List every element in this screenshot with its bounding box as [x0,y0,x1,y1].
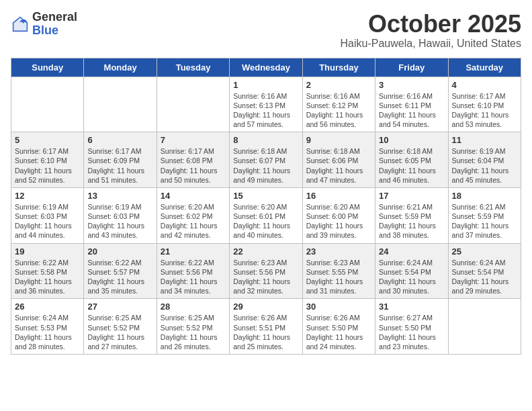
day-info: Sunrise: 6:24 AMSunset: 5:53 PMDaylight:… [15,313,80,351]
day-info: Sunrise: 6:22 AMSunset: 5:58 PMDaylight:… [15,258,80,296]
logo-text: General Blue [32,11,77,38]
calendar-cell: 29Sunrise: 6:26 AMSunset: 5:51 PMDayligh… [230,299,302,355]
day-number: 4 [452,80,517,90]
title-area: October 2025 Haiku-Pauwela, Hawaii, Unit… [341,11,521,50]
day-info: Sunrise: 6:25 AMSunset: 5:52 PMDaylight:… [161,313,226,351]
day-info: Sunrise: 6:17 AMSunset: 6:09 PMDaylight:… [87,146,152,185]
day-number: 2 [306,80,371,90]
calendar-cell: 9Sunrise: 6:18 AMSunset: 6:06 PMDaylight… [302,132,375,188]
day-number: 12 [15,191,80,201]
location-title: Haiku-Pauwela, Hawaii, United States [341,38,521,50]
day-number: 7 [161,135,226,145]
weekday-header-row: SundayMondayTuesdayWednesdayThursdayFrid… [11,58,521,77]
day-info: Sunrise: 6:18 AMSunset: 6:06 PMDaylight:… [306,146,371,185]
day-number: 18 [452,191,517,201]
weekday-header-tuesday: Tuesday [157,58,229,77]
weekday-header-wednesday: Wednesday [230,58,302,77]
day-info: Sunrise: 6:24 AMSunset: 5:54 PMDaylight:… [379,258,444,296]
day-number: 10 [379,135,444,145]
calendar-cell: 18Sunrise: 6:21 AMSunset: 5:59 PMDayligh… [448,187,521,243]
calendar-cell: 7Sunrise: 6:17 AMSunset: 6:08 PMDaylight… [157,132,229,188]
calendar-cell: 21Sunrise: 6:22 AMSunset: 5:56 PMDayligh… [157,243,229,299]
calendar-cell: 23Sunrise: 6:23 AMSunset: 5:55 PMDayligh… [302,243,375,299]
day-number: 9 [306,135,371,145]
calendar-cell: 10Sunrise: 6:18 AMSunset: 6:05 PMDayligh… [375,132,448,188]
logo-icon [11,15,30,34]
calendar-week-3: 12Sunrise: 6:19 AMSunset: 6:03 PMDayligh… [11,187,521,243]
day-number: 13 [87,191,152,201]
day-number: 8 [233,135,298,145]
day-number: 6 [87,135,152,145]
calendar-cell: 22Sunrise: 6:23 AMSunset: 5:56 PMDayligh… [230,243,302,299]
day-number: 26 [15,302,80,312]
calendar-cell: 5Sunrise: 6:17 AMSunset: 6:10 PMDaylight… [11,132,84,188]
calendar-table: SundayMondayTuesdayWednesdayThursdayFrid… [11,58,521,355]
day-number: 3 [379,80,444,90]
calendar-cell: 19Sunrise: 6:22 AMSunset: 5:58 PMDayligh… [11,243,84,299]
calendar-cell: 30Sunrise: 6:26 AMSunset: 5:50 PMDayligh… [302,299,375,355]
weekday-header-friday: Friday [375,58,448,77]
calendar-cell: 28Sunrise: 6:25 AMSunset: 5:52 PMDayligh… [157,299,229,355]
calendar-cell: 24Sunrise: 6:24 AMSunset: 5:54 PMDayligh… [375,243,448,299]
calendar-cell: 14Sunrise: 6:20 AMSunset: 6:02 PMDayligh… [157,187,229,243]
calendar-week-5: 26Sunrise: 6:24 AMSunset: 5:53 PMDayligh… [11,299,521,355]
svg-marker-0 [12,16,28,32]
day-number: 14 [161,191,226,201]
weekday-header-monday: Monday [84,58,157,77]
day-info: Sunrise: 6:23 AMSunset: 5:55 PMDaylight:… [306,258,371,296]
month-title: October 2025 [341,11,521,38]
calendar-cell: 25Sunrise: 6:24 AMSunset: 5:54 PMDayligh… [448,243,521,299]
day-info: Sunrise: 6:21 AMSunset: 5:59 PMDaylight:… [379,202,444,240]
day-number: 22 [233,246,298,257]
calendar-cell: 27Sunrise: 6:25 AMSunset: 5:52 PMDayligh… [84,299,157,355]
calendar-cell: 3Sunrise: 6:16 AMSunset: 6:11 PMDaylight… [375,77,448,132]
day-number: 23 [306,246,371,257]
logo: General Blue [11,11,77,38]
day-info: Sunrise: 6:25 AMSunset: 5:52 PMDaylight:… [87,313,152,351]
calendar-cell: 17Sunrise: 6:21 AMSunset: 5:59 PMDayligh… [375,187,448,243]
day-number: 24 [379,246,444,257]
day-number: 29 [233,302,298,312]
day-info: Sunrise: 6:17 AMSunset: 6:10 PMDaylight:… [15,146,80,185]
day-info: Sunrise: 6:19 AMSunset: 6:03 PMDaylight:… [15,202,80,240]
calendar-cell: 13Sunrise: 6:19 AMSunset: 6:03 PMDayligh… [84,187,157,243]
day-info: Sunrise: 6:17 AMSunset: 6:10 PMDaylight:… [452,91,517,130]
weekday-header-sunday: Sunday [11,58,84,77]
calendar-cell: 2Sunrise: 6:16 AMSunset: 6:12 PMDaylight… [302,77,375,132]
weekday-header-saturday: Saturday [448,58,521,77]
logo-blue-text: Blue [32,24,77,38]
day-info: Sunrise: 6:20 AMSunset: 6:00 PMDaylight:… [306,202,371,240]
calendar-cell: 16Sunrise: 6:20 AMSunset: 6:00 PMDayligh… [302,187,375,243]
day-number: 1 [233,80,298,90]
day-number: 27 [87,302,152,312]
day-number: 17 [379,191,444,201]
weekday-header-thursday: Thursday [302,58,375,77]
day-info: Sunrise: 6:17 AMSunset: 6:08 PMDaylight:… [161,146,226,185]
day-info: Sunrise: 6:18 AMSunset: 6:05 PMDaylight:… [379,146,444,185]
day-info: Sunrise: 6:27 AMSunset: 5:50 PMDaylight:… [379,313,444,351]
day-info: Sunrise: 6:22 AMSunset: 5:57 PMDaylight:… [87,258,152,296]
calendar-cell: 20Sunrise: 6:22 AMSunset: 5:57 PMDayligh… [84,243,157,299]
calendar-cell: 8Sunrise: 6:18 AMSunset: 6:07 PMDaylight… [230,132,302,188]
day-info: Sunrise: 6:22 AMSunset: 5:56 PMDaylight:… [161,258,226,296]
day-info: Sunrise: 6:26 AMSunset: 5:50 PMDaylight:… [306,313,371,351]
day-info: Sunrise: 6:23 AMSunset: 5:56 PMDaylight:… [233,258,298,296]
calendar-cell: 4Sunrise: 6:17 AMSunset: 6:10 PMDaylight… [448,77,521,132]
day-info: Sunrise: 6:24 AMSunset: 5:54 PMDaylight:… [452,258,517,296]
day-info: Sunrise: 6:20 AMSunset: 6:02 PMDaylight:… [161,202,226,240]
day-info: Sunrise: 6:20 AMSunset: 6:01 PMDaylight:… [233,202,298,240]
day-number: 15 [233,191,298,201]
day-info: Sunrise: 6:26 AMSunset: 5:51 PMDaylight:… [233,313,298,351]
day-info: Sunrise: 6:21 AMSunset: 5:59 PMDaylight:… [452,202,517,240]
day-number: 19 [15,246,80,257]
day-number: 25 [452,246,517,257]
day-info: Sunrise: 6:16 AMSunset: 6:12 PMDaylight:… [306,91,371,130]
logo-general-text: General [32,11,77,24]
calendar-week-1: 1Sunrise: 6:16 AMSunset: 6:13 PMDaylight… [11,77,521,132]
day-number: 16 [306,191,371,201]
day-info: Sunrise: 6:18 AMSunset: 6:07 PMDaylight:… [233,146,298,185]
calendar-cell: 6Sunrise: 6:17 AMSunset: 6:09 PMDaylight… [84,132,157,188]
calendar-cell [157,77,229,132]
day-number: 11 [452,135,517,145]
calendar-cell [11,77,84,132]
